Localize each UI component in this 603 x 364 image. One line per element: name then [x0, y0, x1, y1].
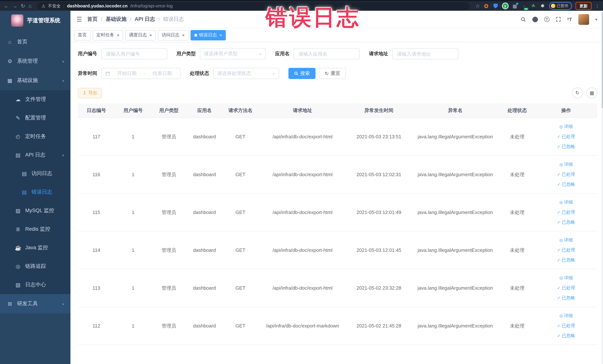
browser-menu-icon[interactable]: ⋮ [595, 3, 600, 9]
detail-action-link[interactable]: ◎详细 [559, 237, 573, 243]
tab-首页[interactable]: 首页 [74, 30, 91, 40]
browser-update-button[interactable]: 更新 [575, 2, 592, 10]
tab-定时任务[interactable]: 定时任务× [93, 30, 123, 40]
sidebar-logo-row[interactable]: 芋道管理系统 [0, 11, 70, 30]
tab-错误日志[interactable]: 错误日志× [191, 30, 226, 40]
end-date-placeholder[interactable]: 结束日期 [148, 70, 176, 77]
breadcrumb-item[interactable]: API 日志 [135, 16, 155, 23]
sidebar-item-mysql-monitor[interactable]: ▨MySQL 监控 [0, 201, 70, 220]
sidebar-item-home[interactable]: ⌂首页 [0, 32, 70, 52]
sidebar-item-file-management[interactable]: ☁文件管理 [0, 90, 70, 109]
search-icon[interactable] [520, 16, 526, 22]
app-logo [11, 14, 23, 26]
detail-action-link[interactable]: ◎详细 [559, 124, 573, 130]
refresh-table-button[interactable]: ↻ [572, 88, 583, 98]
processed-action-link[interactable]: ✓已处理 [557, 209, 575, 215]
not-secure-label[interactable]: 不安全 [48, 3, 61, 9]
export-button[interactable]: ↧ 导出 [78, 88, 102, 98]
sidebar-item-label: 配置管理 [25, 115, 46, 121]
sidebar-item-config-management[interactable]: ✎配置管理 [0, 109, 70, 127]
sidebar-item-access-log[interactable]: ▤访问日志 [0, 164, 70, 183]
app-name-field[interactable] [294, 48, 359, 59]
tab-访问日志[interactable]: 访问日志× [158, 30, 188, 40]
processed-action-link[interactable]: ✓已处理 [557, 247, 575, 253]
github-icon[interactable] [532, 16, 538, 22]
processed-action-link[interactable]: ✓已处理 [557, 133, 575, 140]
breadcrumb: 首页/基础设施/API 日志/错误日志 [87, 16, 184, 23]
ignored-action-link[interactable]: ✓已忽略 [557, 295, 575, 301]
table-cell: GET [222, 323, 258, 329]
close-icon[interactable]: × [220, 33, 222, 38]
extension-grid-icon[interactable]: ▦ [512, 3, 518, 9]
ignored-action-link[interactable]: ✓已忽略 [557, 257, 575, 263]
request-url-input[interactable] [396, 51, 454, 57]
extension-shield-icon[interactable] [493, 3, 499, 9]
sidebar-item-infrastructure[interactable]: ▦基础设施∧ [0, 71, 70, 90]
exception-time-range-picker[interactable]: 开始日期 - 结束日期 [101, 68, 181, 79]
sidebar-item-api-log[interactable]: ▤API 日志∧ [0, 146, 70, 164]
tab-调度日志[interactable]: 调度日志× [125, 30, 156, 40]
browser-forward-icon[interactable]: → [12, 3, 17, 9]
ignored-action-link[interactable]: ✓已忽略 [557, 181, 575, 188]
ignored-action-link[interactable]: ✓已忽略 [557, 219, 575, 225]
table-header-row: 日志编号用户编号用户类型应用名请求方法名请求地址异常发生时间异常名处理状态操作 [78, 104, 597, 118]
extension-plant-icon[interactable]: ☘ [530, 3, 536, 9]
page-scrollbar[interactable] [602, 12, 603, 364]
detail-action-link[interactable]: ◎详细 [559, 313, 573, 319]
table-cell: 1 [115, 210, 151, 215]
sidebar-item-error-log[interactable]: ▤错误日志 [0, 183, 70, 201]
user-type-select[interactable]: 请选择用户类型 ∨ [200, 48, 266, 59]
sidebar-item-java-monitor[interactable]: ☕Java 监控 [0, 238, 70, 257]
chevron-down-icon: ∨ [62, 302, 65, 305]
processed-action-link[interactable]: ✓已处理 [557, 323, 575, 329]
breadcrumb-separator: / [130, 16, 131, 22]
user-id-field[interactable] [101, 48, 167, 59]
close-icon[interactable]: × [182, 33, 185, 38]
user-id-input[interactable] [105, 51, 163, 57]
sidebar-item-trace[interactable]: ◎链路追踪 [0, 257, 70, 276]
sidebar-item-log-center[interactable]: ▧日志中心 [0, 276, 70, 294]
reset-button[interactable]: ↻ 重置 [319, 68, 346, 79]
detail-action-link[interactable]: ◎详细 [559, 199, 573, 205]
extension-on-icon[interactable]: ▪on [521, 3, 527, 9]
column-settings-button[interactable]: ▦ [587, 88, 597, 98]
sidebar-item-scheduled-tasks[interactable]: ◴定时任务 [0, 127, 70, 146]
search-button[interactable]: 搜索 [289, 68, 315, 79]
sidebar-toggle-icon[interactable]: ☰ [76, 15, 82, 23]
row-actions: ◎详细✓已处理✓已忽略 [537, 199, 595, 225]
extensions-puzzle-icon[interactable]: ✽ [540, 3, 545, 9]
processed-action-link[interactable]: ✓已处理 [557, 285, 575, 291]
user-menu-caret-icon[interactable]: ▾ [595, 17, 597, 21]
doc2-icon: ▧ [15, 282, 21, 288]
breadcrumb-item[interactable]: 首页 [87, 16, 98, 23]
extension-green-icon[interactable]: y [502, 3, 509, 9]
breadcrumb-item[interactable]: 基础设施 [106, 16, 127, 23]
font-size-icon[interactable]: TT [567, 16, 572, 22]
request-url-field[interactable] [392, 48, 458, 59]
profile-paused-badge[interactable]: 已暂停 [549, 2, 572, 10]
start-date-placeholder[interactable]: 开始日期 [113, 70, 141, 77]
processed-action-link[interactable]: ✓已处理 [557, 171, 575, 178]
scrollbar-thumb[interactable] [602, 12, 603, 108]
process-status-select[interactable]: 请选择处理状态 ∨ [213, 68, 279, 79]
sidebar-item-system-management[interactable]: ⚙系统管理∨ [0, 52, 70, 71]
sidebar-item-redis-monitor[interactable]: ≣Redis 监控 [0, 220, 70, 238]
address-bar[interactable]: ⚠ 不安全 | dashboard.yudao.iocoder.cn /infr… [37, 2, 470, 10]
detail-action-link[interactable]: ◎详细 [559, 161, 573, 168]
browser-reload-icon[interactable]: ↻ [21, 3, 25, 9]
extension-orange-icon[interactable] [483, 3, 489, 9]
bookmark-star-icon[interactable]: ☆ [475, 3, 480, 9]
browser-back-icon[interactable]: ← [4, 3, 9, 9]
fullscreen-icon[interactable] [556, 17, 561, 22]
column-header: 应用名 [186, 107, 222, 114]
close-icon[interactable]: × [117, 33, 119, 38]
ignored-action-link[interactable]: ✓已忽略 [557, 143, 575, 150]
help-icon[interactable]: ? [544, 17, 549, 22]
ignored-action-link[interactable]: ✓已忽略 [557, 333, 575, 339]
browser-home-icon[interactable]: ⌂ [28, 3, 32, 9]
sidebar-item-dev-tools[interactable]: ⊞研发工具∨ [0, 294, 70, 313]
close-icon[interactable]: × [150, 33, 152, 38]
user-avatar[interactable] [578, 14, 589, 25]
detail-action-link[interactable]: ◎详细 [559, 275, 573, 281]
app-name-input[interactable] [298, 51, 356, 57]
